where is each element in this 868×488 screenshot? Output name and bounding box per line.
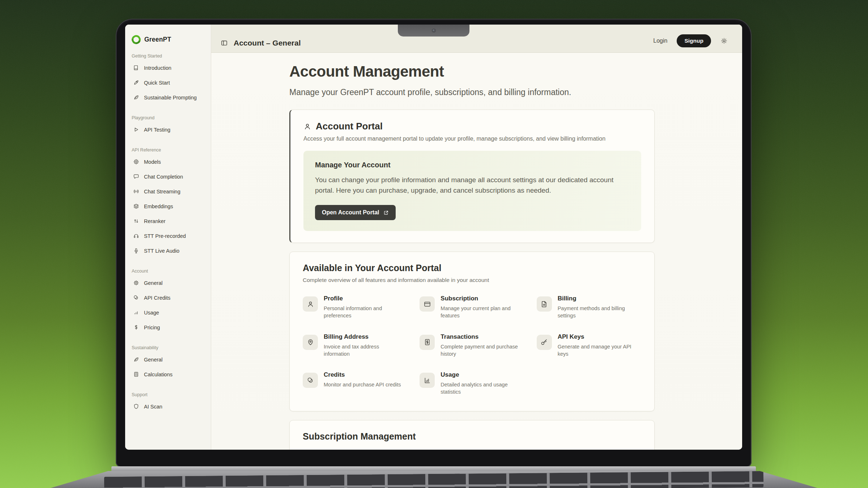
sidebar-item-label: API Credits (144, 295, 170, 301)
feature-profile: Profile Personal information and prefere… (303, 295, 407, 320)
sidebar-item-api-testing[interactable]: API Testing (125, 122, 211, 137)
sidebar-item-label: STT Live Audio (144, 248, 179, 254)
account-portal-description: Access your full account management port… (303, 136, 641, 142)
sidebar-item-label: Usage (144, 310, 159, 316)
sidebar-item-models[interactable]: Models (125, 154, 211, 169)
layers-icon (133, 203, 139, 209)
sidebar-item-account-general[interactable]: General (125, 275, 211, 290)
sidebar-item-sustainable-prompting[interactable]: Sustainable Prompting (125, 90, 211, 105)
coins-icon (133, 295, 139, 301)
sidebar-nav: Getting Started Introduction Quick Start… (125, 53, 211, 414)
sidebar-item-label: Embeddings (144, 204, 173, 209)
sidebar-item-chat-completion[interactable]: Chat Completion (125, 169, 211, 184)
chip-icon (133, 159, 139, 165)
receipt-icon (424, 338, 431, 346)
sidebar-item-chat-streaming[interactable]: Chat Streaming (125, 184, 211, 199)
laptop-mockup: GreenPT Getting Started Introduction Qui… (116, 19, 752, 467)
feature-title: Billing Address (324, 333, 405, 341)
chart-axis-icon (424, 377, 431, 384)
feature-description: Personal information and preferences (324, 305, 405, 320)
coins-icon (307, 377, 314, 384)
sidebar-panel-icon[interactable] (221, 39, 228, 47)
sidebar-section-getting-started: Getting Started (125, 53, 211, 59)
sidebar-item-stt-pre-recorded[interactable]: STT Pre-recorded (125, 228, 211, 243)
feature-title: Transactions (441, 333, 522, 341)
sidebar-item-usage[interactable]: Usage (125, 305, 211, 320)
feature-icon-tile (420, 373, 435, 388)
features-grid: Profile Personal information and prefere… (303, 295, 641, 396)
laptop-keyboard-deck (51, 471, 817, 488)
manage-account-title: Manage Your Account (315, 161, 630, 169)
manage-account-panel: Manage Your Account You can change your … (303, 151, 641, 231)
feature-title: API Keys (558, 333, 639, 341)
key-icon (540, 338, 548, 346)
feature-title: Usage (441, 371, 522, 378)
open-account-portal-label: Open Account Portal (322, 209, 379, 216)
feature-description: Complete payment and purchase history (441, 343, 522, 358)
microphone-icon (133, 248, 139, 254)
feature-description: Generate and manage your API keys (558, 343, 639, 358)
feature-subscription: Subscription Manage your current plan an… (420, 295, 524, 320)
feature-api-keys: API Keys Generate and manage your API ke… (537, 333, 641, 358)
camera-notch (398, 25, 469, 37)
feature-billing-address: Billing Address Invoice and tax address … (303, 333, 407, 358)
sidebar-item-label: Quick Start (144, 80, 170, 86)
broadcast-icon (133, 188, 139, 194)
feature-icon-tile (537, 296, 552, 312)
sidebar-item-embeddings[interactable]: Embeddings (125, 199, 211, 214)
rocket-icon (133, 80, 139, 86)
sidebar-item-label: Calculations (144, 372, 173, 377)
page-title: Account Management (289, 63, 655, 80)
shield-icon (133, 403, 139, 410)
sidebar-item-introduction[interactable]: Introduction (125, 60, 211, 75)
feature-icon-tile (303, 296, 318, 312)
sidebar-section-api-reference: API Reference (125, 147, 211, 153)
open-account-portal-button[interactable]: Open Account Portal (315, 205, 396, 220)
brand-logo[interactable]: GreenPT (125, 34, 211, 45)
sidebar-item-label: Sustainable Prompting (144, 95, 197, 100)
map-pin-icon (307, 338, 314, 346)
feature-title: Billing (558, 295, 639, 302)
sidebar-item-calculations[interactable]: Calculations (125, 367, 211, 382)
main-content: Account Management Manage your GreenPT a… (211, 53, 742, 450)
sidebar-item-pricing[interactable]: Pricing (125, 320, 211, 335)
content-column: Account Management Manage your GreenPT a… (289, 63, 655, 450)
leaf-icon (133, 356, 139, 363)
signup-button[interactable]: Signup (677, 34, 711, 47)
feature-icon-tile (420, 335, 435, 350)
sidebar-item-sustainability-general[interactable]: General (125, 352, 211, 367)
user-icon (307, 300, 314, 308)
account-portal-header: Account Portal (303, 121, 641, 132)
sidebar-item-label: Reranker (144, 218, 166, 224)
sidebar-item-ai-scan[interactable]: AI Scan (125, 399, 211, 414)
sidebar-item-stt-live-audio[interactable]: STT Live Audio (125, 243, 211, 258)
calculator-icon (133, 371, 139, 377)
sidebar-item-label: Pricing (144, 325, 160, 330)
chat-bubble-icon (133, 174, 139, 180)
user-icon (303, 123, 311, 130)
subscription-management-title: Subscription Management (303, 431, 641, 442)
sidebar-section-support: Support (125, 392, 211, 397)
dollar-icon (133, 324, 139, 330)
sidebar-item-quick-start[interactable]: Quick Start (125, 75, 211, 90)
webcam-icon (432, 29, 436, 33)
headphones-icon (133, 233, 139, 239)
feature-description: Invoice and tax address information (324, 343, 405, 358)
sidebar-item-label: Models (144, 159, 161, 165)
book-icon (133, 65, 139, 71)
sidebar-item-reranker[interactable]: Reranker (125, 214, 211, 228)
feature-usage: Usage Detailed analytics and usage stati… (420, 371, 524, 396)
feature-title: Subscription (441, 295, 522, 302)
feature-description: Manage your current plan and features (441, 305, 522, 320)
login-button[interactable]: Login (653, 38, 667, 44)
leaf-icon (133, 94, 139, 100)
feature-title: Credits (324, 371, 401, 378)
sidebar-item-label: General (144, 357, 163, 363)
sun-icon[interactable] (720, 37, 728, 44)
feature-description: Detailed analytics and usage statistics (441, 381, 522, 396)
credit-card-icon (424, 300, 431, 308)
sidebar-item-api-credits[interactable]: API Credits (125, 290, 211, 305)
sidebar-section-sustainability: Sustainability (125, 345, 211, 350)
sidebar-item-label: AI Scan (144, 404, 162, 410)
feature-icon-tile (537, 335, 552, 350)
